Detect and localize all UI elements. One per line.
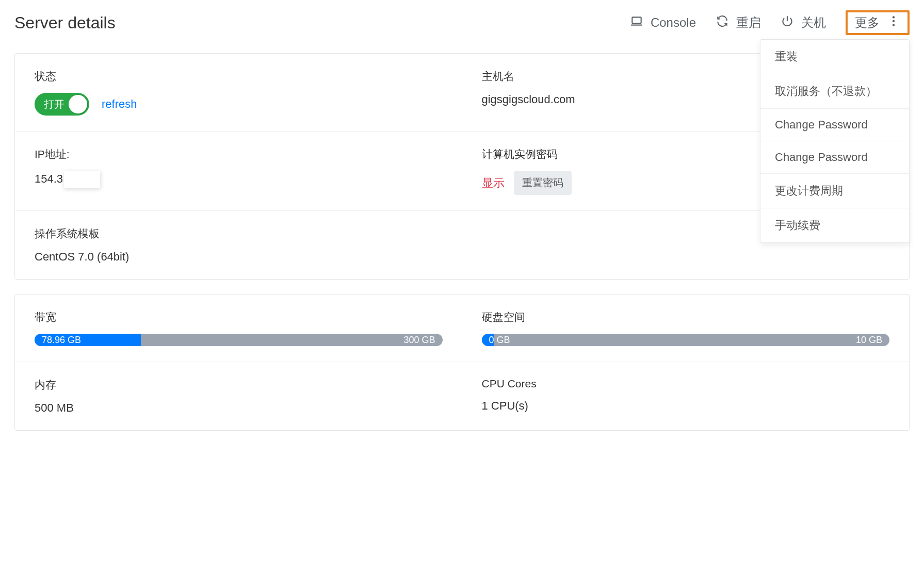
bandwidth-label: 带宽: [35, 310, 443, 324]
dropdown-item-cancel-service[interactable]: 取消服务（不退款）: [760, 74, 909, 109]
show-password-link[interactable]: 显示: [482, 175, 505, 191]
resources-card: 带宽 78.96 GB 300 GB 硬盘空间 0 GB 10 GB 内: [14, 294, 910, 431]
os-value: CentOS 7.0 (64bit): [35, 250, 443, 264]
restart-label: 重启: [736, 14, 761, 31]
memory-label: 内存: [35, 378, 443, 392]
disk-total: 10 GB: [856, 334, 882, 346]
dropdown-item-reinstall[interactable]: 重装: [760, 40, 909, 74]
disk-used: 0 GB: [489, 334, 510, 346]
toggle-label: 打开: [44, 97, 64, 111]
more-dropdown: 重装 取消服务（不退款） Change Password Change Pass…: [760, 39, 910, 243]
cpu-value: 1 CPU(s): [482, 399, 890, 413]
disk-bar: 0 GB 10 GB: [482, 334, 890, 346]
header-actions: Console 重启 关机 更多: [630, 10, 910, 35]
disk-label: 硬盘空间: [482, 310, 890, 324]
bandwidth-total: 300 GB: [403, 334, 435, 346]
dropdown-item-change-billing[interactable]: 更改计费周期: [760, 174, 909, 208]
dots-vertical-icon: [887, 14, 900, 31]
ip-redacted: [64, 171, 100, 188]
power-icon: [781, 14, 794, 31]
status-label: 状态: [35, 69, 443, 84]
memory-value: 500 MB: [35, 401, 443, 415]
toggle-knob: [69, 95, 87, 113]
more-button[interactable]: 更多: [846, 10, 910, 35]
reset-password-button[interactable]: 重置密码: [514, 171, 572, 195]
bandwidth-bar: 78.96 GB 300 GB: [35, 334, 443, 346]
dropdown-item-manual-renew[interactable]: 手动续费: [760, 208, 909, 242]
ip-label: IP地址:: [35, 147, 443, 161]
shutdown-button[interactable]: 关机: [781, 14, 826, 31]
bandwidth-used: 78.96 GB: [42, 334, 81, 346]
ip-value: 154.3: [35, 171, 443, 188]
svg-rect-0: [632, 17, 641, 23]
page-title: Server details: [14, 13, 116, 32]
more-label: 更多: [855, 14, 880, 31]
dropdown-item-change-password-2[interactable]: Change Password: [760, 141, 909, 174]
console-button[interactable]: Console: [630, 14, 696, 31]
status-toggle[interactable]: 打开: [35, 93, 89, 116]
refresh-link[interactable]: refresh: [102, 97, 137, 111]
svg-point-1: [893, 16, 895, 18]
refresh-icon: [716, 14, 729, 31]
restart-button[interactable]: 重启: [716, 14, 761, 31]
ip-prefix: 154.3: [35, 172, 63, 185]
os-label: 操作系统模板: [35, 226, 443, 241]
cpu-label: CPU Cores: [482, 378, 890, 390]
svg-point-3: [893, 24, 895, 26]
console-label: Console: [651, 15, 696, 30]
shutdown-label: 关机: [801, 14, 826, 31]
laptop-icon: [630, 14, 643, 31]
dropdown-item-change-password-1[interactable]: Change Password: [760, 109, 909, 141]
svg-point-2: [893, 20, 895, 22]
